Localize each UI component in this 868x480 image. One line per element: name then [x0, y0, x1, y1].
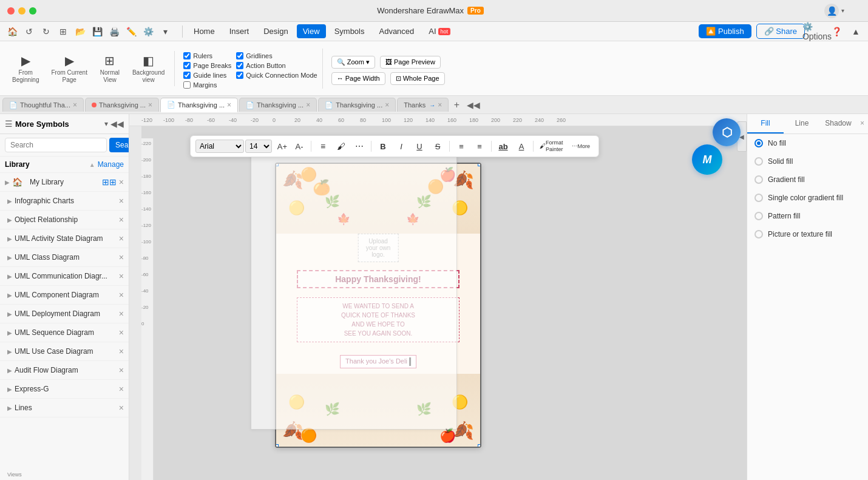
- sidebar-item-lines[interactable]: ▶ Lines ×: [0, 399, 129, 417]
- tab-close-thoughtful[interactable]: ×: [73, 101, 77, 109]
- resize-handle-br[interactable]: [478, 444, 480, 447]
- search-button[interactable]: Search: [109, 138, 129, 152]
- sidebar-chevron-icon[interactable]: ▾: [104, 120, 108, 128]
- page-breaks-checkbox[interactable]: [183, 62, 191, 69]
- sidebar-collapse-btn[interactable]: ◀◀: [110, 119, 124, 129]
- quick-connection-checkbox[interactable]: [236, 72, 243, 79]
- panel-collapse-button[interactable]: ◀◀: [467, 100, 480, 110]
- tab-thanksgiving3[interactable]: 📄 Thanksgiving ... ×: [160, 98, 238, 112]
- uml-class-close[interactable]: ×: [119, 252, 124, 262]
- rulers-checkbox[interactable]: [183, 52, 191, 59]
- from-beginning-button[interactable]: ▶ FromBeginning: [7, 51, 44, 86]
- underline-button[interactable]: U: [412, 138, 427, 154]
- gridlines-checkbox[interactable]: [236, 52, 243, 59]
- sidebar-item-uml-activity[interactable]: ▶ UML Activity State Diagram ×: [0, 229, 129, 248]
- sidebar-item-uml-communication[interactable]: ▶ UML Communication Diagr... ×: [0, 267, 129, 286]
- panel-tab-shadow[interactable]: Shadow: [820, 114, 856, 134]
- fill-option-gradient[interactable]: Gradient fill: [747, 171, 868, 189]
- zoom-dropdown-button[interactable]: 🔍 Zoom ▾: [331, 56, 375, 69]
- panel-close-button[interactable]: ×: [856, 114, 868, 134]
- add-tab-button[interactable]: +: [450, 98, 463, 112]
- sidebar-item-audit-flow[interactable]: ▶ Audit Flow Diagram ×: [0, 361, 129, 380]
- tab-close-thanksgiving5[interactable]: ×: [385, 101, 389, 109]
- uml-use-case-close[interactable]: ×: [119, 346, 124, 356]
- quick-connection-check[interactable]: Quick Connection Mode: [236, 72, 317, 79]
- tab-close-thanksgiving2[interactable]: ×: [148, 101, 152, 109]
- from-current-page-button[interactable]: ▶ From CurrentPage: [46, 51, 92, 86]
- margins-checkbox[interactable]: [183, 81, 191, 89]
- fill-option-solid[interactable]: Solid fill: [747, 152, 868, 171]
- share-button[interactable]: 🔗 Share: [756, 24, 805, 39]
- sidebar-item-uml-component[interactable]: ▶ UML Component Diagram ×: [0, 286, 129, 305]
- my-library-expand-icon[interactable]: ⊞: [109, 177, 117, 187]
- new-tab-icon[interactable]: ⊞: [56, 24, 70, 39]
- text-highlight-button[interactable]: A: [514, 138, 529, 154]
- close-window-button[interactable]: [7, 7, 15, 15]
- tab-close-thanksgiving3[interactable]: ×: [227, 101, 231, 109]
- gridlines-check[interactable]: Gridlines: [236, 52, 317, 59]
- tab-close-thanks[interactable]: ×: [438, 101, 442, 109]
- panel-tab-line[interactable]: Line: [784, 114, 820, 134]
- background-view-button[interactable]: ◧ Backgroundview: [127, 51, 169, 86]
- search-input[interactable]: [5, 138, 107, 152]
- lines-close[interactable]: ×: [119, 403, 124, 413]
- menu-design[interactable]: Design: [257, 24, 294, 38]
- pattern-fill-radio[interactable]: [754, 212, 763, 220]
- options-button[interactable]: ⚙️ Options: [810, 24, 824, 39]
- fill-option-single-color[interactable]: Single color gradient fill: [747, 189, 868, 207]
- menu-symbols[interactable]: Symbols: [328, 24, 371, 38]
- menu-ai[interactable]: AI hot: [422, 24, 456, 38]
- uml-component-close[interactable]: ×: [119, 290, 124, 300]
- resize-handle-tr[interactable]: [478, 164, 480, 166]
- normal-view-button[interactable]: ⊞ NormalView: [95, 51, 125, 86]
- format-painter-button[interactable]: 🖌 FormatPainter: [537, 138, 566, 154]
- text-align-button[interactable]: ≡: [315, 138, 331, 154]
- sidebar-item-infographic-charts[interactable]: ▶ Infographic Charts ×: [0, 192, 129, 211]
- tab-thanksgiving2[interactable]: Thanksgiving ... ×: [85, 98, 159, 112]
- sidebar-item-express-g[interactable]: ▶ Express-G ×: [0, 380, 129, 399]
- sidebar-item-uml-deployment[interactable]: ▶ UML Deployment Diagram ×: [0, 305, 129, 323]
- margins-check[interactable]: Margins: [183, 81, 231, 89]
- dropdown-icon[interactable]: ▾: [158, 24, 172, 39]
- tab-close-thanksgiving4[interactable]: ×: [306, 101, 310, 109]
- special-format-button[interactable]: 🖌: [333, 138, 349, 154]
- home-icon[interactable]: 🏠: [5, 24, 19, 39]
- resize-handle-bl[interactable]: [276, 444, 279, 447]
- strikethrough-button[interactable]: S: [430, 138, 446, 154]
- open-icon[interactable]: 📂: [73, 24, 87, 39]
- object-relationship-close[interactable]: ×: [119, 215, 124, 225]
- uml-deployment-close[interactable]: ×: [119, 309, 124, 319]
- menu-home[interactable]: Home: [188, 24, 221, 38]
- rulers-check[interactable]: Rulers: [183, 52, 231, 59]
- sidebar-collapse-icon[interactable]: ☰: [5, 119, 13, 129]
- my-library-add-icon[interactable]: ⊞: [102, 177, 109, 187]
- whole-page-button[interactable]: ⊡ Whole Page: [390, 72, 445, 85]
- edit-icon[interactable]: ✏️: [124, 24, 138, 39]
- user-avatar[interactable]: 👤: [824, 4, 839, 18]
- page-width-button[interactable]: ↔ Page Width: [331, 72, 385, 85]
- print-icon[interactable]: 🖨️: [107, 24, 121, 39]
- action-button-check[interactable]: Action Button: [236, 62, 317, 69]
- sidebar-item-uml-sequence[interactable]: ▶ UML Sequence Diagram ×: [0, 323, 129, 342]
- fill-option-pattern[interactable]: Pattern fill: [747, 207, 868, 225]
- tab-thanksgiving5[interactable]: 📄 Thanksgiving ... ×: [318, 98, 396, 112]
- settings-icon[interactable]: ⚙️: [141, 24, 155, 39]
- sidebar-item-uml-use-case[interactable]: ▶ UML Use Case Diagram ×: [0, 342, 129, 361]
- menu-advanced[interactable]: Advanced: [373, 24, 420, 38]
- single-color-radio[interactable]: [754, 194, 763, 202]
- fill-option-picture[interactable]: Picture or texture fill: [747, 225, 868, 243]
- audit-flow-close[interactable]: ×: [119, 365, 124, 375]
- font-size-select[interactable]: 14: [245, 140, 272, 153]
- tab-thanksgiving4[interactable]: 📄 Thanksgiving ... ×: [239, 98, 317, 112]
- uml-sequence-close[interactable]: ×: [119, 328, 124, 337]
- ai-circle-button[interactable]: M: [692, 144, 722, 175]
- guide-lines-checkbox[interactable]: [183, 72, 191, 79]
- decrease-font-button[interactable]: A-: [291, 138, 307, 154]
- minimize-window-button[interactable]: [18, 7, 25, 15]
- action-button-checkbox[interactable]: [236, 62, 243, 69]
- help-icon[interactable]: ❓: [829, 24, 844, 39]
- uml-communication-close[interactable]: ×: [119, 271, 124, 281]
- sidebar-item-uml-class[interactable]: ▶ UML Class Diagram ×: [0, 248, 129, 267]
- express-g-close[interactable]: ×: [119, 384, 124, 394]
- uml-activity-close[interactable]: ×: [119, 234, 124, 243]
